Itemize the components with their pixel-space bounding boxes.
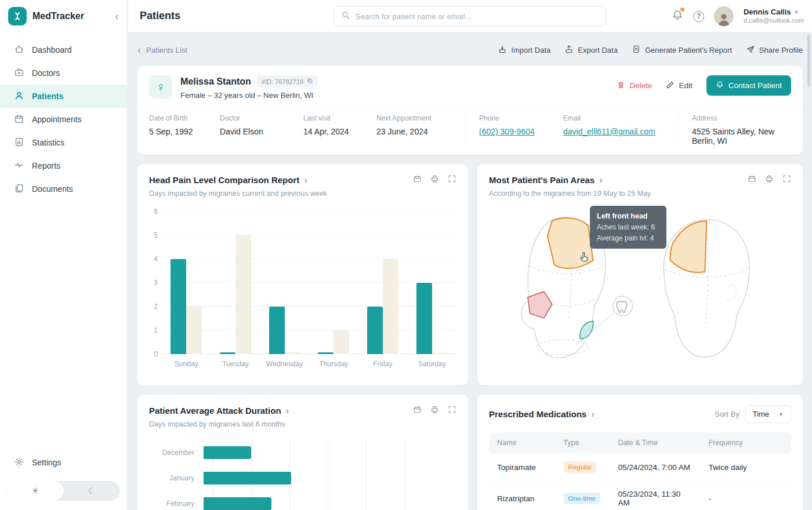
- pain-region-left-eye[interactable]: [528, 292, 552, 318]
- dark-mode-segment[interactable]: ☾: [64, 481, 121, 501]
- chevron-right-icon[interactable]: ›: [286, 406, 289, 416]
- delete-patient-button[interactable]: Delete: [617, 81, 652, 91]
- pain-areas-card: Most Patient's Pain Areas › According to…: [477, 164, 803, 385]
- import-data-button[interactable]: Import Data: [498, 45, 550, 56]
- page-title: Patients: [140, 10, 180, 22]
- expand-icon[interactable]: [448, 174, 456, 185]
- bar[interactable]: [269, 307, 285, 354]
- moon-icon: ☾: [88, 486, 96, 496]
- chevron-down-icon: ▼: [794, 9, 799, 16]
- sidebar-item-settings[interactable]: Settings: [0, 451, 127, 474]
- h-bar-row: January: [149, 465, 456, 491]
- sidebar-item-reports[interactable]: Reports: [0, 154, 127, 177]
- x-tick-label: Wednesday: [260, 360, 309, 368]
- notifications-button[interactable]: [672, 9, 683, 23]
- pain-tooltip-line: Average pain lvl: 4: [597, 234, 659, 242]
- home-icon: [14, 44, 24, 56]
- x-tick-label: Tuesday: [211, 360, 260, 368]
- user-email: d.callis@outlook.com: [744, 17, 804, 25]
- avatar[interactable]: [714, 6, 734, 26]
- edit-label: Edit: [679, 81, 692, 90]
- chevron-right-icon[interactable]: ›: [304, 175, 307, 185]
- theme-toggle[interactable]: ☀ ☾: [7, 481, 120, 501]
- medications-card: Prescribed Medications › Sort By Time ▼ …: [477, 395, 803, 510]
- help-button[interactable]: ?: [693, 11, 704, 22]
- sidebar-item-doctors[interactable]: Doctors: [0, 61, 127, 85]
- sidebar-item-appointments[interactable]: Appointments: [0, 108, 127, 131]
- bar[interactable]: [334, 330, 349, 354]
- table-row[interactable]: Topiramate Regular 05/24/2024, 7:00 AM T…: [489, 453, 791, 482]
- h-bar-row: December: [149, 440, 456, 465]
- calendar-small-icon[interactable]: [413, 174, 422, 185]
- calendar-small-icon[interactable]: [413, 405, 422, 416]
- y-tick-label: 6: [154, 207, 158, 216]
- field-label: Next Appointment: [376, 114, 449, 122]
- sidebar-item-dashboard[interactable]: Dashboard: [0, 38, 127, 61]
- patient-id-badge[interactable]: #ID: 76782719: [257, 75, 318, 88]
- sidebar-item-patients[interactable]: Patients: [0, 85, 127, 108]
- pain-region-back-head-front[interactable]: [670, 221, 706, 272]
- sidebar-item-label: Patients: [32, 92, 63, 101]
- bar[interactable]: [204, 497, 271, 510]
- h-tick-label: December: [149, 449, 204, 457]
- logo-row: MedTracker ‹: [0, 0, 127, 32]
- cursor-icon: [579, 252, 589, 265]
- expand-icon[interactable]: [782, 174, 791, 185]
- bell-small-icon: [716, 81, 724, 90]
- tooth-icon[interactable]: [613, 296, 633, 316]
- bar[interactable]: [416, 283, 432, 354]
- gear-icon: [14, 457, 24, 469]
- sun-icon: ☀: [31, 486, 39, 496]
- bar[interactable]: [383, 259, 398, 354]
- chevron-right-icon[interactable]: ›: [591, 409, 594, 419]
- sidebar-collapse-button[interactable]: ‹: [115, 10, 119, 22]
- email-link[interactable]: david_elll611@gmail.com: [563, 127, 655, 136]
- search-box[interactable]: [334, 6, 606, 27]
- calendar-small-icon[interactable]: [748, 174, 756, 185]
- print-icon[interactable]: [765, 174, 774, 185]
- bar[interactable]: [367, 307, 383, 354]
- med-datetime: 05/23/2024, 11:30 AM: [610, 482, 700, 510]
- copy-icon[interactable]: [307, 78, 313, 85]
- bar[interactable]: [186, 307, 202, 354]
- page-scrollbar[interactable]: [807, 35, 810, 87]
- patient-fields: Date of Birth 5 Sep, 1992 Doctor David E…: [137, 107, 803, 155]
- bar[interactable]: [432, 352, 448, 354]
- bar[interactable]: [220, 352, 235, 354]
- back-to-patients-list[interactable]: ‹ Patients List: [137, 45, 187, 55]
- sort-dropdown[interactable]: Time ▼: [745, 405, 791, 423]
- print-icon[interactable]: [430, 405, 439, 416]
- light-mode-segment[interactable]: ☀: [7, 481, 64, 501]
- bar[interactable]: [171, 259, 186, 354]
- bar[interactable]: [235, 235, 251, 354]
- patient-name: Melissa Stanton: [180, 76, 251, 87]
- bar[interactable]: [204, 446, 251, 459]
- generate-report-button[interactable]: Generate Patient's Report: [632, 45, 732, 56]
- bar[interactable]: [318, 352, 334, 354]
- contact-patient-button[interactable]: Contact Patient: [706, 75, 791, 96]
- x-tick-label: Saturday: [407, 360, 456, 368]
- table-header-row: Name Type Date & Time Frequency: [489, 432, 791, 453]
- phone-link[interactable]: (602) 309-9604: [479, 127, 535, 136]
- export-data-button[interactable]: Export Data: [564, 45, 618, 56]
- edit-patient-button[interactable]: Edit: [666, 81, 692, 91]
- reports-icon: [14, 160, 24, 172]
- bar[interactable]: [285, 352, 300, 354]
- bar[interactable]: [204, 472, 291, 485]
- pain-tooltip: Left front head Aches last week: 6 Avera…: [590, 206, 666, 249]
- expand-icon[interactable]: [448, 405, 456, 416]
- field-last-visit: Last visit 14 Apr, 2024: [303, 114, 376, 145]
- search-input[interactable]: [356, 12, 599, 21]
- field-value: 5 Sep, 1992: [149, 127, 205, 136]
- user-menu[interactable]: Dennis Callis ▼: [744, 8, 804, 17]
- import-icon: [498, 45, 507, 56]
- chevron-right-icon[interactable]: ›: [599, 175, 603, 185]
- print-icon[interactable]: [430, 174, 439, 185]
- sidebar-item-statistics[interactable]: Statistics: [0, 131, 127, 154]
- statistics-icon: [14, 137, 24, 149]
- table-row[interactable]: Rizatriptan One-time 05/23/2024, 11:30 A…: [489, 482, 791, 510]
- pain-areas-scene: Left front head Aches last week: 6 Avera…: [489, 201, 791, 375]
- sidebar-item-documents[interactable]: Documents: [0, 177, 127, 201]
- share-profile-button[interactable]: Share Profile: [746, 45, 803, 56]
- app-root: MedTracker ‹ Dashboard Doctors Patients …: [0, 0, 812, 510]
